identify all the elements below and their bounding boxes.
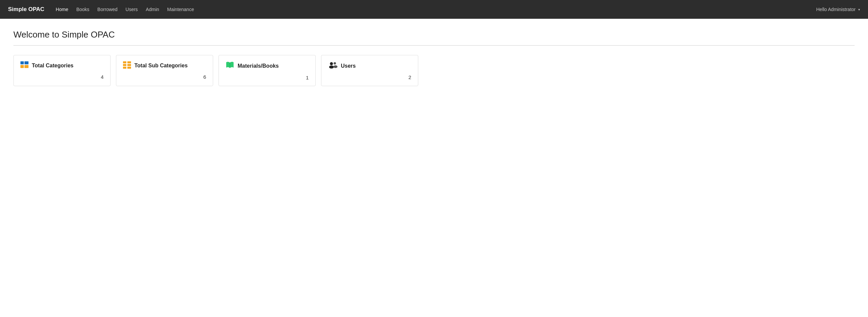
svg-point-14 <box>334 65 338 68</box>
chevron-down-icon: ▾ <box>858 8 860 11</box>
nav-item-home: Home <box>52 6 71 12</box>
nav-item-books: Books <box>73 6 93 12</box>
main-content: Welcome to Simple OPAC Total Categories … <box>0 19 868 97</box>
svg-rect-1 <box>25 61 29 64</box>
nav-link-admin[interactable]: Admin <box>143 5 162 14</box>
navbar-nav: Home Books Borrowed Users Admin Maintena… <box>52 6 197 12</box>
card-header-categories: Total Categories <box>21 61 103 70</box>
svg-point-12 <box>329 66 334 69</box>
nav-link-home[interactable]: Home <box>52 5 71 14</box>
card-header-subcategories: Total Sub Categories <box>123 61 206 70</box>
card-users: Users 2 <box>321 55 418 86</box>
svg-rect-4 <box>123 61 126 63</box>
card-label-subcategories: Total Sub Categories <box>134 63 188 69</box>
nav-item-admin: Admin <box>143 6 162 12</box>
card-value-categories: 4 <box>21 74 103 80</box>
svg-rect-9 <box>127 67 131 69</box>
navbar-right[interactable]: Hello Administrator ▾ <box>816 7 860 12</box>
svg-rect-7 <box>127 64 131 66</box>
card-total-sub-categories: Total Sub Categories 6 <box>116 55 213 86</box>
svg-rect-5 <box>127 61 131 63</box>
card-label-categories: Total Categories <box>32 63 73 69</box>
card-header-books: Materials/Books <box>225 61 309 71</box>
users-icon <box>328 61 338 70</box>
card-total-categories: Total Categories 4 <box>13 55 111 86</box>
nav-link-books[interactable]: Books <box>73 5 93 14</box>
card-value-books: 1 <box>225 75 309 81</box>
svg-rect-0 <box>21 61 24 64</box>
cards-row: Total Categories 4 Total Sub Categorie <box>13 55 855 86</box>
navbar-left: Simple OPAC Home Books Borrowed Users Ad… <box>8 6 197 13</box>
svg-rect-2 <box>21 65 24 68</box>
divider <box>13 45 855 45</box>
page-title: Welcome to Simple OPAC <box>13 30 855 40</box>
navbar-brand[interactable]: Simple OPAC <box>8 6 44 13</box>
book-icon <box>225 61 234 71</box>
nav-link-users[interactable]: Users <box>122 5 142 14</box>
svg-rect-8 <box>123 67 126 69</box>
svg-point-13 <box>334 62 336 65</box>
svg-rect-3 <box>25 65 29 68</box>
table-icon <box>21 61 29 70</box>
navbar: Simple OPAC Home Books Borrowed Users Ad… <box>0 0 868 19</box>
card-label-users: Users <box>341 63 355 69</box>
nav-item-users: Users <box>122 6 142 12</box>
user-greeting: Hello Administrator <box>816 7 856 12</box>
card-header-users: Users <box>328 61 411 70</box>
nav-link-maintenance[interactable]: Maintenance <box>164 5 197 14</box>
card-label-books: Materials/Books <box>238 63 279 69</box>
nav-item-borrowed: Borrowed <box>94 6 121 12</box>
card-materials-books: Materials/Books 1 <box>218 55 316 86</box>
nav-link-borrowed[interactable]: Borrowed <box>94 5 121 14</box>
card-value-users: 2 <box>328 74 411 80</box>
subcategories-icon <box>123 61 131 70</box>
svg-rect-6 <box>123 64 126 66</box>
card-value-subcategories: 6 <box>123 74 206 80</box>
svg-point-11 <box>330 62 333 65</box>
nav-item-maintenance: Maintenance <box>164 6 197 12</box>
